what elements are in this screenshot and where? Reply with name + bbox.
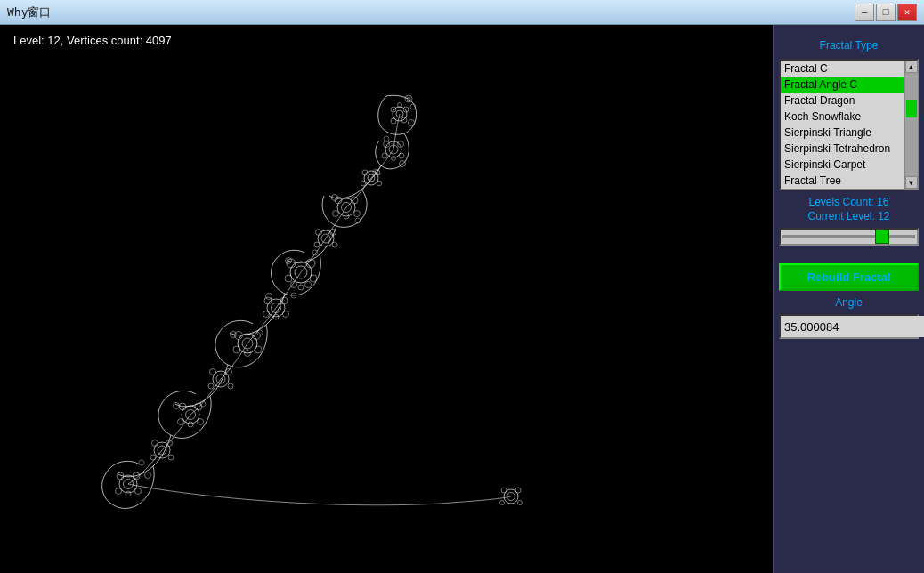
list-item-koch-snowflake[interactable]: Koch Snowflake (781, 109, 917, 125)
svg-point-102 (257, 330, 263, 335)
svg-point-85 (515, 488, 521, 493)
list-item-sierpinski-carpet[interactable]: Sierpinski Carpet (781, 157, 917, 173)
svg-point-59 (226, 369, 232, 375)
right-panel: Fractal Type Fractal C Fractal Angle C F… (773, 25, 924, 573)
scroll-thumb[interactable] (906, 100, 917, 117)
svg-point-68 (188, 422, 193, 427)
svg-point-2 (391, 107, 396, 112)
scroll-down-arrow[interactable]: ▼ (905, 176, 918, 189)
levels-count-label: Levels Count: 16 (779, 196, 919, 208)
svg-point-87 (518, 501, 523, 505)
svg-point-61 (228, 383, 233, 389)
svg-point-41 (298, 285, 304, 290)
window-controls: — □ ✕ (855, 4, 917, 21)
list-item-fractal-dragon[interactable]: Fractal Dragon (781, 93, 917, 109)
svg-point-40 (305, 282, 312, 288)
list-item-sierpinski-tetrahedron[interactable]: Sierpinski Tetrahedron (781, 141, 917, 157)
fractal-type-listbox[interactable]: Fractal C Fractal Angle C Fractal Dragon… (779, 59, 919, 190)
rebuild-fractal-button[interactable]: Rebuild Fractal (779, 263, 919, 291)
svg-point-91 (409, 120, 415, 126)
slider-track (782, 235, 915, 238)
list-item-sierpinski-triangle[interactable]: Sierpinski Triangle (781, 125, 917, 141)
svg-point-38 (310, 275, 317, 282)
svg-point-18 (361, 181, 366, 186)
svg-point-11 (382, 153, 387, 158)
svg-point-19 (377, 181, 382, 186)
stats-section: Levels Count: 16 Current Level: 12 (779, 196, 919, 222)
list-item-fractal-tree[interactable]: Fractal Tree (781, 173, 917, 189)
maximize-button[interactable]: □ (876, 4, 896, 21)
main-area: Level: 12, Vertices count: 4097 (0, 25, 924, 573)
titlebar: Why窗口 — □ ✕ (0, 0, 924, 25)
svg-point-58 (210, 369, 216, 375)
svg-point-3 (403, 107, 409, 112)
fractal-canvas (0, 25, 773, 573)
window-title: Why窗口 (7, 4, 51, 20)
current-level-label: Current Level: 12 (779, 210, 919, 222)
minimize-button[interactable]: — (855, 4, 874, 21)
svg-point-47 (283, 311, 289, 318)
fractal-type-label: Fractal Type (779, 39, 919, 52)
svg-point-92 (384, 136, 389, 141)
svg-point-13 (392, 157, 396, 161)
svg-point-105 (145, 472, 151, 479)
svg-point-53 (233, 346, 240, 353)
svg-point-81 (126, 491, 131, 496)
svg-point-24 (333, 211, 339, 217)
angle-input[interactable] (781, 316, 924, 337)
scroll-track (905, 73, 918, 176)
svg-point-71 (152, 440, 158, 447)
svg-point-106 (139, 460, 144, 465)
svg-point-98 (312, 250, 318, 255)
svg-point-32 (332, 242, 337, 247)
svg-point-54 (255, 346, 262, 353)
fractal-list[interactable]: Fractal C Fractal Angle C Fractal Dragon… (781, 61, 917, 189)
slider-thumb[interactable] (875, 230, 889, 244)
list-item-fractal-c[interactable]: Fractal C (781, 61, 917, 77)
svg-point-73 (150, 455, 156, 460)
svg-point-66 (178, 419, 184, 425)
svg-point-31 (314, 242, 320, 247)
svg-point-79 (116, 488, 122, 495)
svg-point-84 (501, 488, 507, 493)
svg-point-35 (287, 259, 296, 268)
angle-label: Angle (779, 296, 919, 309)
level-slider[interactable] (779, 228, 919, 246)
svg-point-37 (285, 275, 292, 282)
svg-point-46 (263, 311, 270, 318)
angle-input-container: ▲ ▼ (779, 314, 919, 339)
svg-point-86 (500, 501, 505, 505)
svg-point-67 (198, 419, 204, 425)
svg-point-80 (135, 488, 142, 495)
svg-point-93 (400, 161, 406, 167)
svg-point-12 (399, 153, 404, 158)
svg-point-60 (208, 383, 214, 389)
svg-point-99 (266, 294, 272, 300)
svg-point-6 (391, 118, 396, 124)
list-item-fractal-angle-c[interactable]: Fractal Angle C (781, 77, 917, 93)
close-button[interactable]: ✕ (897, 4, 917, 21)
canvas-area: Level: 12, Vertices count: 4097 (0, 25, 773, 573)
svg-point-5 (401, 117, 407, 123)
listbox-scrollbar[interactable]: ▲ ▼ (904, 61, 917, 189)
scroll-up-arrow[interactable]: ▲ (905, 61, 918, 73)
svg-point-74 (168, 455, 174, 460)
svg-point-25 (354, 211, 361, 217)
